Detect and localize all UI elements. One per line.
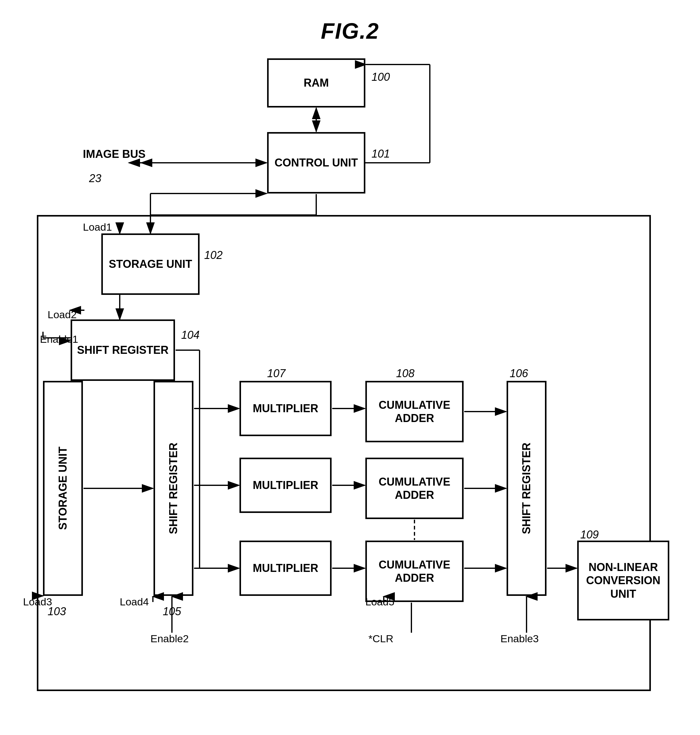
load5-label: Load5 <box>365 596 394 608</box>
multiplier2-label: MULTIPLIER <box>253 479 318 492</box>
load2-label: Load2 <box>48 309 77 321</box>
ram-label: RAM <box>304 76 329 89</box>
nonlinear-ref: 109 <box>580 528 599 541</box>
shift-register-left-ref: 105 <box>163 605 181 618</box>
ram-block: RAM <box>267 58 365 108</box>
shift-register-left-label: SHIFT REGISTER <box>167 443 180 534</box>
nonlinear-label: NON-LINEAR CONVERSION UNIT <box>579 561 668 601</box>
storage-unit-top-label: STORAGE UNIT <box>109 258 192 271</box>
shift-register-top-ref: 104 <box>181 328 200 342</box>
cumulative-adder3-label: CUMULATIVE ADDER <box>367 558 462 585</box>
control-unit-block: CONTROL UNIT <box>267 132 365 193</box>
cumulative-adder3-block: CUMULATIVE ADDER <box>365 541 463 602</box>
cumulative-adder2-block: CUMULATIVE ADDER <box>365 458 463 519</box>
storage-unit-top-block: STORAGE UNIT <box>101 233 200 295</box>
load3-label: Load3 <box>23 596 52 608</box>
load1-label: Load1 <box>83 221 112 233</box>
enable2-label: Enable2 <box>150 633 189 645</box>
control-unit-ref: 101 <box>372 147 390 161</box>
figure-title: FIG.2 <box>321 18 379 44</box>
multiplier3-block: MULTIPLIER <box>240 541 332 596</box>
enable3-label: Enable3 <box>500 633 539 645</box>
cumulative-adder2-label: CUMULATIVE ADDER <box>367 475 462 502</box>
load4-label: Load4 <box>120 596 149 608</box>
image-bus-label: IMAGE BUS <box>83 147 146 161</box>
shift-register-right-block: SHIFT REGISTER <box>507 381 547 596</box>
multiplier1-label: MULTIPLIER <box>253 402 318 415</box>
enable1-label: Enable1 <box>40 333 78 345</box>
multiplier3-label: MULTIPLIER <box>253 561 318 574</box>
image-bus-ref: 23 <box>89 172 101 185</box>
shift-register-left-block: SHIFT REGISTER <box>153 381 193 596</box>
multiplier1-block: MULTIPLIER <box>240 381 332 436</box>
storage-unit-left-block: STORAGE UNIT <box>43 381 83 596</box>
storage-unit-top-ref: 102 <box>204 249 223 262</box>
nonlinear-block: NON-LINEAR CONVERSION UNIT <box>577 541 669 620</box>
shift-register-right-label: SHIFT REGISTER <box>520 443 533 534</box>
diagram: FIG.2 RAM 100 CONTROL UNIT 101 IMAGE BUS… <box>0 0 700 735</box>
cumulative-adder1-ref: 108 <box>396 367 415 380</box>
cumulative-adder1-block: CUMULATIVE ADDER <box>365 381 463 442</box>
storage-unit-left-label: STORAGE UNIT <box>56 446 69 530</box>
shift-register-top-block: SHIFT REGISTER <box>71 320 175 381</box>
clr-label: *CLR <box>368 633 393 645</box>
shift-register-right-ref: 106 <box>510 367 528 380</box>
multiplier1-ref: 107 <box>267 367 285 380</box>
cumulative-adder1-label: CUMULATIVE ADDER <box>367 398 462 425</box>
multiplier2-block: MULTIPLIER <box>240 458 332 513</box>
shift-register-top-label: SHIFT REGISTER <box>77 343 169 356</box>
control-unit-label: CONTROL UNIT <box>275 156 358 169</box>
ram-ref: 100 <box>372 71 390 84</box>
